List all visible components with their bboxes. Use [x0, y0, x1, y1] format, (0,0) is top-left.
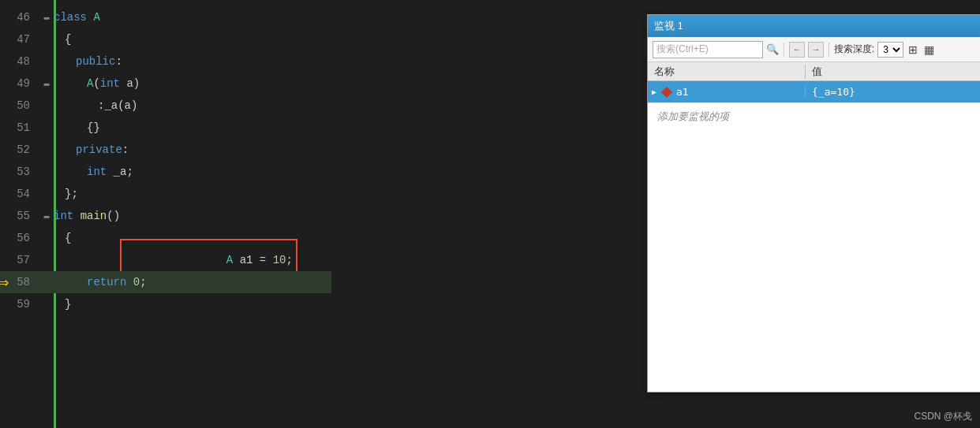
line-content-51: {}: [54, 121, 331, 134]
line-number-57: 57: [0, 254, 39, 266]
line-number-55: 55: [0, 210, 39, 222]
code-line-53: 53 int _a;: [0, 161, 331, 183]
line-content-55: int main(): [54, 210, 331, 222]
depth-select[interactable]: 3 1 2 4 5: [877, 42, 903, 58]
line-content-47: {: [54, 33, 331, 46]
toolbar-sep-2: [829, 43, 829, 57]
gutter-46[interactable]: ▬: [39, 12, 54, 23]
line-content-49: A(int a): [54, 77, 331, 90]
toolbar-sep-1: [784, 43, 784, 57]
line-number-52: 52: [0, 143, 39, 156]
line-number-54: 54: [0, 188, 39, 200]
search-placeholder-text: 搜索(Ctrl+E): [656, 43, 709, 56]
execution-arrow: ⇒: [0, 273, 9, 295]
code-line-49: 49 ▬ A(int a): [0, 73, 331, 95]
main-area: 46 ▬ class A 47 { 48 public: 49 ▬ A(int …: [0, 0, 980, 428]
line-number-49: 49: [0, 77, 39, 90]
line-number-56: 56: [0, 232, 39, 244]
line-number-59: 59: [0, 298, 39, 311]
col-header-value: 值: [806, 65, 980, 79]
forward-button[interactable]: →: [808, 42, 824, 58]
watch-titlebar: 监视 1 － □ ✕: [648, 15, 980, 37]
code-line-51: 51 {}: [0, 117, 331, 139]
line-content-52: private:: [54, 143, 331, 156]
line-content-46: class A: [54, 11, 331, 24]
diamond-icon-0: [661, 86, 672, 97]
line-content-50: :_a(a): [54, 99, 331, 112]
line-number-53: 53: [0, 166, 39, 178]
line-content-48: public:: [54, 55, 331, 68]
code-line-54: 54 };: [0, 183, 331, 205]
reevaluate-button[interactable]: ⊞: [907, 42, 919, 58]
watch-table: 名称 值 类型 ▶ a1 {_a=10} A 添加要监视的项: [648, 62, 980, 392]
gutter-49[interactable]: ▬: [39, 78, 54, 89]
code-line-55: 55 ▬ int main(): [0, 205, 331, 227]
line-content-53: int _a;: [54, 166, 331, 178]
line-number-48: 48: [0, 55, 39, 68]
code-line-47: 47 {: [0, 28, 331, 50]
depth-label: 搜索深度:: [834, 43, 874, 56]
line-number-51: 51: [0, 121, 39, 134]
row-name-0: a1: [673, 86, 806, 98]
code-line-46: 46 ▬ class A: [0, 6, 331, 28]
code-line-58: ⇒ 58 return 0;: [0, 271, 331, 293]
search-box[interactable]: 搜索(Ctrl+E): [653, 41, 763, 58]
row-expand-0[interactable]: ▶: [648, 87, 660, 96]
code-line-57: 57 A a1 = 10;: [0, 249, 331, 271]
watermark: CSDN @杯戋: [914, 410, 972, 423]
code-line-50: 50 :_a(a): [0, 95, 331, 117]
code-line-52: 52 private:: [0, 139, 331, 161]
line-content-59: }: [54, 298, 331, 311]
add-watch-hint[interactable]: 添加要监视的项: [648, 103, 980, 130]
watch-window: 监视 1 － □ ✕ 搜索(Ctrl+E) 🔍 ← → 搜索深度:: [647, 14, 980, 393]
code-editor: 46 ▬ class A 47 { 48 public: 49 ▬ A(int …: [0, 0, 331, 428]
line-number-50: 50: [0, 99, 39, 112]
row-icon-0: [660, 88, 673, 96]
col-header-name: 名称: [648, 65, 806, 79]
depth-control: 搜索深度: 3 1 2 4 5: [834, 42, 903, 58]
watch-title: 监视 1: [654, 19, 683, 33]
search-icon[interactable]: 🔍: [766, 43, 779, 56]
line-number-46: 46: [0, 11, 39, 24]
gutter-55[interactable]: ▬: [39, 210, 54, 221]
back-button[interactable]: ←: [789, 42, 805, 58]
line-content-58: return 0;: [54, 276, 331, 288]
columns-button[interactable]: ▦: [922, 42, 936, 58]
code-line-59: 59 }: [0, 293, 331, 315]
code-line-48: 48 public:: [0, 50, 331, 73]
watch-row-0[interactable]: ▶ a1 {_a=10} A: [648, 81, 980, 103]
code-lines: 46 ▬ class A 47 { 48 public: 49 ▬ A(int …: [0, 0, 331, 322]
watch-toolbar: 搜索(Ctrl+E) 🔍 ← → 搜索深度: 3 1 2 4 5: [648, 37, 980, 62]
row-value-0: {_a=10}: [806, 86, 980, 98]
line-content-54: };: [54, 188, 331, 200]
line-number-47: 47: [0, 33, 39, 46]
watch-table-header: 名称 值 类型: [648, 62, 980, 81]
